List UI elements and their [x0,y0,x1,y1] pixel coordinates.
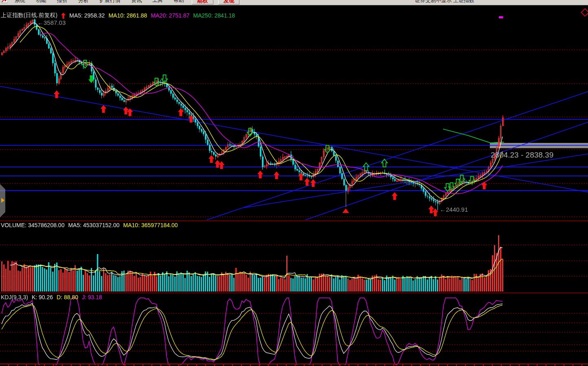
volume-panel-header: VOLUME: 345786208.00 MA5: 453037152.00 M… [1,222,178,228]
options-button[interactable]: 期权 [192,0,213,4]
menubar-status-text: 证券交易不显示 上证指数 [415,0,474,4]
red-up-arrow-icon [61,13,66,19]
trading-app-window: 系统 功能 报价 分析 扩展行情 资讯 工具 帮助 期权 发现 证券交易不显示 … [0,0,588,366]
menu-system[interactable]: 系统 [9,0,31,4]
sidebar-expander-handle[interactable] [0,184,5,217]
volume-value: VOLUME: 345786208.00 [1,222,64,228]
discover-button[interactable]: 发现 [218,0,240,4]
menu-help[interactable]: 帮助 [168,0,189,4]
peak-price-label: ←3587.03 [37,19,66,26]
chart-title: 上证指数(日线.前复权) [1,12,57,19]
app-icon [1,0,8,3]
menu-quotes[interactable]: 报价 [52,0,73,4]
chart-canvas[interactable] [0,0,588,366]
vol-ma10-value: MA10: 365977184.00 [123,222,178,228]
kdj-d-value: D: 88.80 [57,294,78,300]
ma250-value: MA250: 2841.18 [193,12,235,19]
date-axis[interactable] [0,364,588,366]
menu-analysis[interactable]: 分析 [73,0,94,4]
kdj-j-value: J: 93.18 [82,294,102,300]
menu-extended-quotes[interactable]: 扩展行情 [94,0,126,4]
ma5-value: MA5: 2958.32 [69,12,105,19]
menu-function[interactable]: 功能 [31,0,52,4]
menu-tools[interactable]: 工具 [147,0,168,4]
magenta-marker [499,16,503,18]
main-panel-header: 上证指数(日线.前复权) MA5: 2958.32 MA10: 2861.88 … [1,12,235,19]
ma20-value: MA20: 2751.87 [151,12,189,19]
menu-news[interactable]: 资讯 [126,0,147,4]
kdj-panel-header: KDJ(9,3,3) K: 90.26 D: 88.80 J: 93.18 [1,294,102,300]
kdj-params: KDJ(9,3,3) [1,294,28,300]
ma10-value: MA10: 2861.88 [108,12,147,19]
expander-arrow-icon [1,198,4,203]
kdj-k-value: K: 90.26 [32,294,53,300]
range-box-label: 2804.23 - 2838.39 [491,151,553,160]
vol-ma5-value: MA5: 453037152.00 [68,222,119,228]
trough-price-label: ←2440.91 [440,206,468,213]
menubar: 系统 功能 报价 分析 扩展行情 资讯 工具 帮助 期权 发现 证券交易不显示 … [0,0,588,5]
